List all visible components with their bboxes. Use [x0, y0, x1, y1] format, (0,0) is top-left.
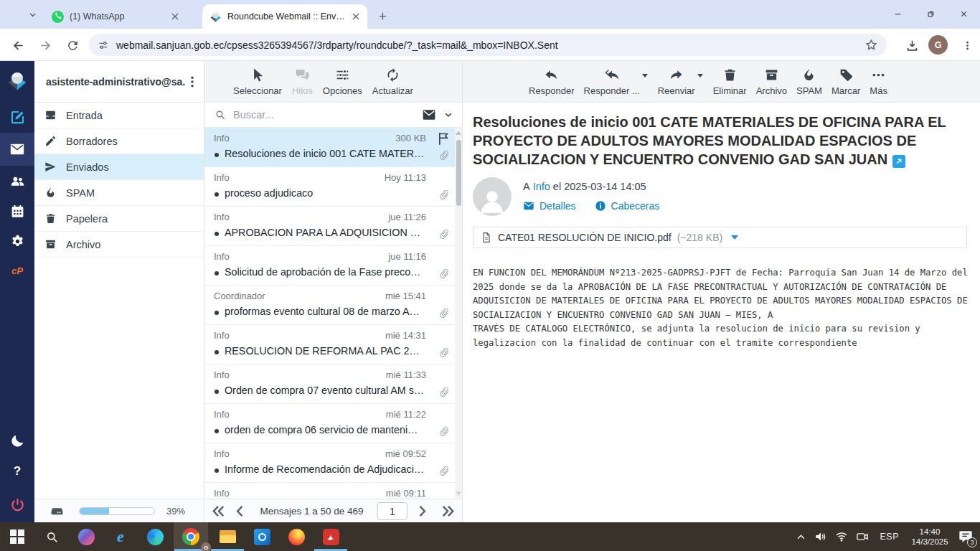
rail-dark-mode-button[interactable]: [0, 425, 34, 456]
scroll-up-icon[interactable]: [456, 131, 461, 135]
rail-help-button[interactable]: ?: [0, 456, 34, 486]
notification-center-button[interactable]: 3: [958, 529, 974, 545]
spam-button[interactable]: SPAM: [796, 67, 822, 96]
select-button[interactable]: Seleccionar: [233, 67, 282, 96]
folder-enviados[interactable]: Enviados: [34, 154, 204, 180]
message-row[interactable]: Info jue 11:16 Solicitud de aprobación d…: [204, 246, 462, 286]
rail-calendar-button[interactable]: [0, 196, 34, 226]
taskbar-outlook-button[interactable]: [245, 522, 279, 551]
rail-compose-button[interactable]: [0, 101, 34, 133]
start-button[interactable]: [0, 522, 34, 551]
headers-link[interactable]: Cabeceras: [595, 200, 660, 212]
unread-dot: [215, 311, 219, 315]
next-page-button[interactable]: [414, 503, 430, 519]
chevron-down-icon: [28, 10, 37, 19]
wifi-icon[interactable]: [835, 530, 848, 543]
forward-button[interactable]: Reenviar: [658, 67, 695, 96]
taskbar-copilot-button[interactable]: [69, 522, 103, 551]
rail-mail-button[interactable]: [0, 133, 34, 166]
taskbar-explorer-button[interactable]: [210, 522, 245, 551]
taskbar-acrobat-button[interactable]: [314, 522, 348, 551]
tab-roundcube-active[interactable]: Roundcube Webmail :: Enviados: [202, 4, 367, 29]
taskbar-chrome-button[interactable]: G: [174, 522, 208, 551]
browser-forward-button[interactable]: [34, 34, 56, 56]
reply-all-button[interactable]: Responder ...: [584, 67, 640, 96]
downloads-button[interactable]: [901, 34, 923, 56]
message-row[interactable]: Info mié 14:31 RESOLUCION DE REFORMA AL …: [204, 325, 462, 364]
window-restore-button[interactable]: [914, 0, 947, 27]
folder-papelera[interactable]: Papelera: [34, 206, 204, 232]
folder-borradores[interactable]: Borradores: [34, 128, 204, 154]
browser-reload-button[interactable]: [62, 34, 83, 56]
threads-button[interactable]: Hilos: [292, 67, 313, 96]
taskbar-ie-button[interactable]: e: [103, 522, 138, 551]
folder-spam[interactable]: SPAM: [34, 180, 204, 206]
rail-cpanel-button[interactable]: cP: [0, 256, 34, 285]
first-page-button[interactable]: [210, 503, 227, 519]
url-text[interactable]: webmail.sanjuan.gob.ec/cpsess3265394567/…: [116, 39, 857, 51]
unread-dot: [215, 468, 219, 473]
folder-archivo[interactable]: Archivo: [34, 232, 204, 258]
language-indicator[interactable]: ESP: [877, 532, 902, 542]
delete-button[interactable]: Eliminar: [713, 67, 747, 96]
rail-settings-button[interactable]: [0, 226, 34, 256]
last-page-button[interactable]: [440, 503, 456, 519]
tab-whatsapp[interactable]: (1) WhatsApp: [44, 4, 187, 29]
message-row[interactable]: Info mié 09:11: [204, 483, 462, 499]
window-close-button[interactable]: [947, 0, 980, 27]
message-row[interactable]: Info mié 09:52 Informe de Recomendación …: [204, 443, 462, 483]
attachment-menu-icon[interactable]: [731, 235, 738, 240]
tab-close-icon[interactable]: [169, 11, 181, 22]
message-row[interactable]: Coordinador mié 15:41 proformas evento c…: [204, 286, 462, 325]
mark-button[interactable]: Marcar: [831, 67, 860, 96]
hidden-icons-chevron[interactable]: [796, 532, 806, 542]
archive-button[interactable]: Archivo: [756, 67, 787, 96]
meet-now-icon[interactable]: [856, 530, 869, 543]
taskbar-firefox-button[interactable]: [279, 522, 314, 551]
message-row[interactable]: Info Hoy 11:13 proceso adjudicaco: [204, 167, 462, 207]
more-button[interactable]: Más: [870, 67, 887, 96]
message-row[interactable]: Info mié 11:22 orden de compra 06 servic…: [204, 404, 462, 443]
prev-page-button[interactable]: [232, 503, 248, 519]
rail-logout-button[interactable]: [0, 486, 34, 522]
browser-menu-button[interactable]: [957, 34, 977, 56]
body-paragraph: TRAVÉS DE CATALOGO ELECTRÓNICO, se adjun…: [473, 322, 975, 350]
page-number-input[interactable]: [377, 502, 407, 520]
details-link[interactable]: Detalles: [523, 200, 576, 212]
open-external-button[interactable]: [892, 155, 905, 168]
tab-close-icon[interactable]: [350, 11, 362, 22]
scroll-down-icon[interactable]: [456, 491, 461, 496]
paperclip-icon: [438, 346, 451, 359]
attachment-bar[interactable]: CATE01 RESOLUCIÓN DE INICIO.pdf (~218 KB…: [473, 227, 967, 248]
browser-back-button[interactable]: [7, 34, 29, 56]
message-row[interactable]: Info jue 11:26 APROBACION PARA LA ADQUIS…: [204, 207, 462, 246]
account-menu-icon[interactable]: [185, 75, 199, 89]
mark-mail-icon[interactable]: [422, 108, 436, 122]
copilot-icon: [78, 529, 95, 545]
search-input[interactable]: [233, 109, 415, 121]
refresh-button[interactable]: Actualizar: [372, 67, 413, 96]
site-settings-icon[interactable]: [98, 39, 109, 51]
recipient-link[interactable]: Info: [533, 181, 550, 192]
message-row[interactable]: Info 300 KB Resoluciones de inicio 001 C…: [204, 128, 462, 167]
rail-contacts-button[interactable]: [0, 166, 34, 196]
options-button[interactable]: Opciones: [323, 67, 362, 96]
list-scrollbar[interactable]: [455, 128, 462, 499]
chevron-down-icon[interactable]: [443, 110, 453, 120]
clock[interactable]: 14:4014/3/2025: [910, 527, 950, 547]
folder-entrada[interactable]: Entrada: [34, 103, 204, 128]
message-row[interactable]: Info mié 11:33 Orden de compra 07 evento…: [204, 364, 462, 404]
window-minimize-button[interactable]: [881, 0, 914, 27]
speaker-icon[interactable]: [814, 530, 827, 543]
address-bar[interactable]: webmail.sanjuan.gob.ec/cpsess3265394567/…: [89, 34, 887, 56]
browser-profile-avatar[interactable]: G: [928, 35, 948, 55]
attachment-filename[interactable]: CATE01 RESOLUCIÓN DE INICIO.pdf: [498, 232, 672, 243]
new-tab-button[interactable]: [373, 6, 392, 25]
flag-icon[interactable]: [436, 131, 451, 146]
scrollbar-thumb[interactable]: [456, 140, 461, 206]
reply-button[interactable]: Responder: [529, 67, 575, 96]
taskbar-edge-button[interactable]: [138, 522, 172, 551]
taskbar-search-button[interactable]: [34, 522, 69, 551]
tab-search-button[interactable]: [23, 5, 42, 24]
bookmark-star-icon[interactable]: [864, 38, 878, 52]
